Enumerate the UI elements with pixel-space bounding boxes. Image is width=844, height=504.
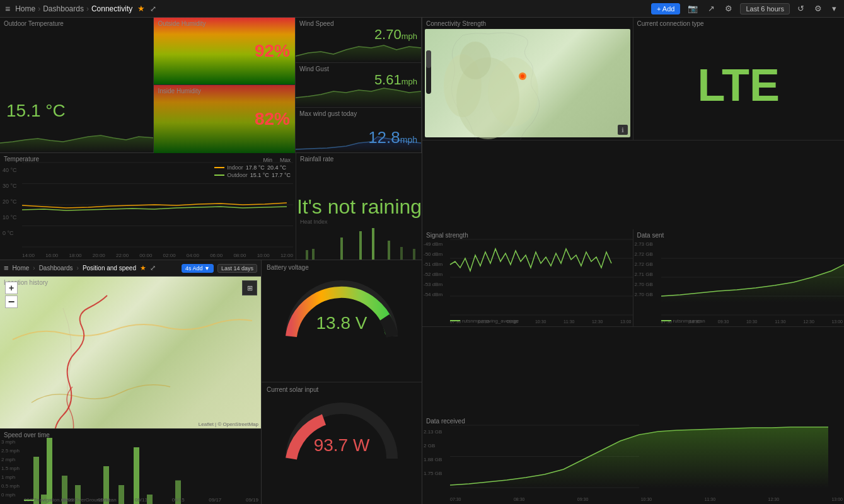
wind-speed-value: 2.70mph xyxy=(374,26,417,43)
page-layout: Outdoor Temperature 15.1 °C xyxy=(0,18,844,504)
speed-chart-cell: Speed over time 3 mph 2.5 mph 2 mph 1.5 … xyxy=(0,428,261,504)
max-wind-gust-value: 12.8mph xyxy=(368,128,417,147)
lte-value: LTE xyxy=(697,59,780,111)
wind-gust-value: 5.61mph xyxy=(374,72,417,88)
temp-y-labels: 40 °C 30 °C 20 °C 10 °C 0 °C xyxy=(3,163,17,241)
svg-rect-9 xyxy=(306,250,308,260)
map-controls: ⊞ xyxy=(242,280,257,295)
outdoor-temp-value: 15.1 °C xyxy=(6,101,66,121)
connectivity-panel: Connectivity Strength xyxy=(422,18,844,504)
solar-input-title: Current solar input xyxy=(262,382,323,393)
signal-chart-svg xyxy=(450,239,633,327)
signal-strength-cell: Signal strength -49 dBm -50 dBm -51 dBm … xyxy=(422,229,633,327)
pos-add-btn[interactable]: 4s Add ▼ xyxy=(182,264,214,273)
add-button[interactable]: + Add xyxy=(651,3,680,14)
svg-rect-14 xyxy=(388,241,390,260)
inside-humidity-cell: Inside Humidity 82% xyxy=(154,85,295,153)
home-link[interactable]: Home xyxy=(15,4,35,13)
svg-text:13.8 V: 13.8 V xyxy=(316,313,367,333)
breadcrumb: Home › Dashboards › Connectivity xyxy=(15,4,132,13)
map-attribution: Leaflet | © OpenStreetMap xyxy=(199,421,258,427)
data-sent-cell: Data sent 2.73 GB 2.72 GB 2.72 GB 2.71 G… xyxy=(633,229,845,327)
pos-current: Position and speed xyxy=(83,265,136,272)
share-icon[interactable]: ⤢ xyxy=(150,4,156,13)
datarcv-chart-svg xyxy=(450,425,639,504)
not-raining-text: It's not raining xyxy=(297,195,422,218)
solar-gauge-svg: 93.7 W xyxy=(279,396,405,471)
data-received-title: Data received xyxy=(422,415,469,425)
map-background xyxy=(0,277,261,428)
signal-strength-title: Signal strength xyxy=(422,229,472,239)
zoom-controls: + − xyxy=(5,282,18,308)
connection-type-cell: Current connection type LTE xyxy=(633,18,845,140)
pos-home[interactable]: Home xyxy=(13,265,30,272)
location-history-cell: Location history xyxy=(0,277,261,428)
temp-x-labels: 14:00 16:00 18:00 20:00 22:00 00:00 02:0… xyxy=(22,253,293,258)
outdoor-temp-sparkline xyxy=(0,118,153,152)
connectivity-map: ℹ xyxy=(425,29,630,137)
inside-humidity-value: 82% xyxy=(255,109,290,129)
zoom-in-button[interactable]: + xyxy=(5,282,18,294)
svg-marker-0 xyxy=(0,135,154,152)
connection-type-title: Current connection type xyxy=(633,18,708,27)
speed-legend: navigation.speedOverGround.mean xyxy=(24,497,117,503)
map-settings-icon[interactable]: ⊞ xyxy=(242,280,257,295)
pos-dashboards[interactable]: Dashboards xyxy=(39,265,73,272)
current-page: Connectivity xyxy=(91,4,132,13)
weather-row2: Temperature 40 °C 30 °C 20 °C 10 °C 0 °C… xyxy=(0,153,422,260)
star-icon[interactable]: ★ xyxy=(137,4,145,13)
datarcv-x-labels: 07:30 08:30 09:30 10:30 11:30 12:30 13:0… xyxy=(450,497,843,501)
outside-humidity-title: Outside Humidity xyxy=(154,18,209,27)
dashboards-link[interactable]: Dashboards xyxy=(43,4,84,13)
speed-y-labels: 3 mph 2.5 mph 2 mph 1.5 mph 1 mph 0.5 mp… xyxy=(1,438,20,500)
map-info-icon[interactable]: ℹ xyxy=(618,125,628,135)
camera-icon[interactable]: 📷 xyxy=(685,3,700,14)
wind-section: Wind Speed 2.70mph xyxy=(296,18,422,152)
rainfall-chart xyxy=(296,225,422,260)
pos-star[interactable]: ★ xyxy=(140,264,146,272)
speed-chart-svg xyxy=(24,438,213,504)
svg-rect-10 xyxy=(312,249,315,260)
max-wind-gust-title: Max wind gust today xyxy=(296,108,361,117)
data-received-cell: Data received 2.13 GB 2 GB 1.88 GB 1.75 … xyxy=(422,415,844,504)
svg-point-45 xyxy=(460,42,491,79)
map-scrollbar[interactable] xyxy=(426,50,431,94)
connectivity-map-svg xyxy=(425,29,630,137)
hamburger-icon[interactable]: ≡ xyxy=(5,4,10,14)
wind-gust-cell: Wind Gust 5.61mph xyxy=(296,63,421,108)
svg-rect-12 xyxy=(359,231,362,260)
chevron-down-icon[interactable]: ▾ xyxy=(830,3,839,14)
zoom-out-button[interactable]: − xyxy=(5,295,18,308)
signal-y-labels: -49 dBm -50 dBm -51 dBm -52 dBm -53 dBm … xyxy=(424,239,442,300)
left-half: Outdoor Temperature 15.1 °C xyxy=(0,18,422,504)
outside-humidity-cell: Outside Humidity 92% xyxy=(154,18,295,85)
pos-hamburger[interactable]: ≡ xyxy=(4,263,9,273)
battery-solar-panel: Battery voltage xyxy=(262,260,422,504)
share2-icon[interactable]: ↗ xyxy=(705,3,717,14)
temperature-chart-svg xyxy=(22,163,293,247)
inside-humidity-title: Inside Humidity xyxy=(154,85,204,94)
datasent-chart-svg xyxy=(661,239,845,327)
conn-strength-title: Connectivity Strength xyxy=(422,18,490,27)
heat-index-label: Heat Index xyxy=(300,219,328,225)
temperature-chart-title: Temperature xyxy=(0,153,43,163)
config-icon[interactable]: ⚙ xyxy=(812,3,824,14)
indoor-temp-widget: Outside Humidity 92% Inside Humidity 82% xyxy=(154,18,296,153)
signal-legend: rutsnmp.moving_average xyxy=(450,318,519,324)
refresh-icon[interactable]: ↺ xyxy=(795,3,807,14)
svg-point-44 xyxy=(488,57,538,127)
outside-humidity-value: 92% xyxy=(255,41,290,61)
breadcrumb-sep1: › xyxy=(38,4,40,13)
wind-speed-title: Wind Speed xyxy=(296,18,337,27)
time-range-picker[interactable]: Last 6 hours xyxy=(740,3,790,14)
max-wind-gust-cell: Max wind gust today 12.8mph xyxy=(296,108,421,152)
pos-share[interactable]: ⤢ xyxy=(150,264,156,272)
battery-voltage-cell: Battery voltage xyxy=(262,260,422,382)
svg-rect-13 xyxy=(372,228,374,260)
top-navigation: ≡ Home › Dashboards › Connectivity ★ ⤢ +… xyxy=(0,0,844,18)
position-panel: ≡ Home › Dashboards › Position and speed… xyxy=(0,260,262,504)
settings-icon[interactable]: ⚙ xyxy=(722,3,735,14)
pos-time-range[interactable]: Last 14 days xyxy=(217,264,257,273)
svg-rect-19 xyxy=(47,438,52,504)
outdoor-temp-title: Outdoor Temperature xyxy=(0,18,67,27)
